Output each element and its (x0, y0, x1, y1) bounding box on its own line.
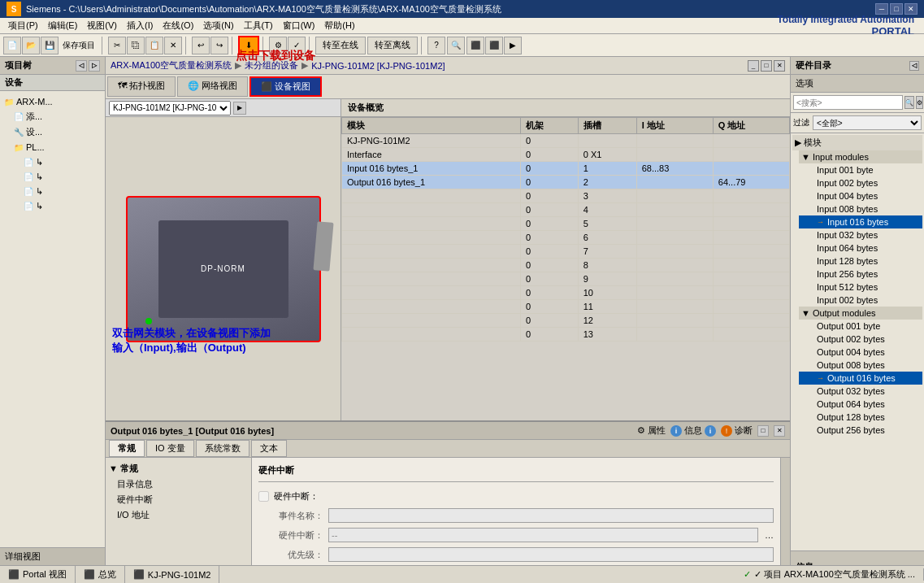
menu-options[interactable]: 选项(N) (198, 18, 238, 33)
input-001-item[interactable]: Input 001 byte (799, 163, 922, 176)
table-row[interactable]: 03 (342, 189, 790, 203)
help-button[interactable]: ? (427, 37, 445, 54)
tree-item-add[interactable]: 📄 添... (3, 109, 102, 124)
input-128-item[interactable]: Input 128 bytes (799, 255, 922, 268)
tree-collapse-btn[interactable]: ◁ (76, 60, 87, 72)
misc-btn1[interactable]: ⬛ (466, 37, 484, 54)
catalog-search-btn[interactable]: 🔍 (904, 96, 914, 109)
table-row[interactable]: 012 (342, 314, 790, 328)
output-002-item[interactable]: Output 002 bytes (799, 333, 922, 346)
output-032-item[interactable]: Output 032 bytes (799, 385, 922, 398)
prop-scrollbar[interactable] (780, 458, 790, 583)
graphic-nav-btn[interactable]: ▶ (233, 102, 246, 115)
table-row[interactable]: 08 (342, 259, 790, 272)
props-expand-btn[interactable]: □ (757, 425, 769, 437)
download-button[interactable]: ⬇ (238, 36, 259, 55)
table-row[interactable]: Interface00 X1 (342, 148, 790, 162)
catalog-collapse-btn[interactable]: ◁ (909, 61, 919, 71)
topology-tab[interactable]: 🗺 拓扑视图 (107, 76, 176, 97)
menu-tools[interactable]: 工具(T) (239, 18, 278, 33)
search-button[interactable]: 🔍 (447, 37, 465, 54)
copy-button[interactable]: ⿻ (127, 37, 145, 54)
paste-button[interactable]: 📋 (145, 37, 163, 54)
minimize-button[interactable]: ─ (875, 3, 888, 15)
misc-btn3[interactable]: ▶ (504, 37, 522, 54)
status-device[interactable]: ⬛ KJ-PNG-101M2 (125, 566, 220, 583)
tree-item-pl[interactable]: 📁 PL... (3, 140, 102, 154)
output-064-item[interactable]: Output 064 bytes (799, 398, 922, 411)
table-row[interactable]: Output 016 bytes_10264...79 (342, 176, 790, 189)
output-256-item[interactable]: Output 256 bytes (799, 424, 922, 437)
maximize-button[interactable]: □ (890, 3, 903, 15)
output-128-item[interactable]: Output 128 bytes (799, 411, 922, 424)
new-project-button[interactable]: 📄 (3, 37, 21, 54)
table-row[interactable]: 010 (342, 286, 790, 300)
input-032-item[interactable]: Input 032 bytes (799, 228, 922, 241)
event-name-input[interactable] (328, 508, 774, 523)
input-008-item[interactable]: Input 008 bytes (799, 202, 922, 215)
misc-btn2[interactable]: ⬛ (485, 37, 503, 54)
win-restore[interactable]: □ (761, 60, 772, 72)
output-016-item[interactable]: → Output 016 bytes (799, 372, 922, 385)
table-row[interactable]: 07 (342, 245, 790, 259)
menu-window[interactable]: 窗口(W) (278, 18, 320, 33)
status-portal-view[interactable]: ⬛ Portal 视图 (0, 566, 76, 583)
close-button[interactable]: ✕ (904, 3, 917, 15)
props-close-btn[interactable]: ✕ (774, 425, 785, 437)
output-004-item[interactable]: Output 004 bytes (799, 346, 922, 359)
input-004-item[interactable]: Input 004 bytes (799, 189, 922, 202)
device-view-tab[interactable]: ⬛ 设备视图 (249, 76, 322, 97)
output-modules-header[interactable]: ▼ Output modules (799, 307, 922, 320)
prop-item-hw-interrupt[interactable]: 硬件中断 (109, 492, 248, 507)
redo-button[interactable]: ↪ (210, 37, 228, 54)
input-256-item[interactable]: Input 256 bytes (799, 268, 922, 281)
props-tab-properties[interactable]: ⚙ 属性 (637, 424, 666, 437)
breadcrumb-ungrouped[interactable]: 未分组的设备 (245, 59, 298, 72)
menu-help[interactable]: 帮助(H) (319, 18, 359, 33)
tree-item-device[interactable]: 🔧 设... (3, 124, 102, 140)
menu-edit[interactable]: 编辑(E) (43, 18, 83, 33)
breadcrumb-root[interactable]: ARX-MA100空气质量检测系统 (111, 59, 232, 72)
tab-regular[interactable]: 常规 (109, 440, 145, 457)
table-row[interactable]: 04 (342, 203, 790, 217)
filter-select[interactable]: <全部> (813, 115, 922, 130)
priority-input[interactable] (328, 547, 774, 562)
status-overview[interactable]: ⬛ 总览 (76, 566, 125, 583)
overview-table-container[interactable]: 模块 机架 插槽 I 地址 Q 地址 KJ-PNG-101M20Interfac… (341, 117, 790, 420)
go-offline-button[interactable]: 转至离线 (367, 37, 418, 54)
table-row[interactable]: 06 (342, 231, 790, 245)
output-001-item[interactable]: Output 001 byte (799, 320, 922, 333)
undo-button[interactable]: ↩ (192, 37, 210, 54)
prop-item-io-addr[interactable]: I/O 地址 (109, 507, 248, 523)
cut-button[interactable]: ✂ (108, 37, 126, 54)
network-tab[interactable]: 🌐 网络视图 (177, 76, 248, 97)
device-select[interactable]: KJ-PNG-101M2 [KJ-PNG-101M2] (109, 101, 231, 115)
open-project-button[interactable]: 📂 (22, 37, 40, 54)
input-002b-item[interactable]: Input 002 bytes (799, 294, 922, 307)
cat-group-modules-header[interactable]: ▶ 模块 (792, 135, 922, 150)
hw-interrupt-checkbox[interactable] (258, 491, 269, 502)
breadcrumb-device[interactable]: KJ-PNG-101M2 [KJ-PNG-101M2] (311, 61, 445, 71)
prop-item-catalog[interactable]: 目录信息 (109, 476, 248, 492)
table-row[interactable]: 013 (342, 328, 790, 342)
props-tab-diag[interactable]: ! 诊断 (721, 424, 753, 437)
input-modules-header[interactable]: ▼ Input modules (799, 150, 922, 163)
menu-insert[interactable]: 插入(I) (122, 18, 158, 33)
project-tree-body[interactable]: 📁 ARX-M... 📄 添... 🔧 设... 📁 PL... 📄 (0, 91, 105, 547)
tree-item-sub2[interactable]: 📄 ↳ (3, 169, 102, 184)
catalog-tree[interactable]: ▶ 模块 ▼ Input modules Input 001 byte Inpu… (791, 133, 924, 550)
input-064-item[interactable]: Input 064 bytes (799, 241, 922, 255)
input-016-item[interactable]: → Input 016 bytes (799, 215, 922, 228)
tab-io-var[interactable]: IO 变量 (146, 440, 194, 457)
catalog-search-input[interactable] (793, 95, 903, 110)
table-row[interactable]: Input 016 bytes_10168...83 (342, 162, 790, 176)
tree-item-arxm[interactable]: 📁 ARX-M... (3, 94, 102, 109)
menu-project[interactable]: 项目(P) (3, 18, 43, 33)
menu-online[interactable]: 在线(O) (158, 18, 198, 33)
catalog-options-btn[interactable]: ⚙ (916, 96, 923, 109)
tree-item-sub3[interactable]: 📄 ↳ (3, 184, 102, 198)
tree-item-sub4[interactable]: 📄 ↳ (3, 198, 102, 213)
win-minimize[interactable]: _ (748, 60, 759, 72)
delete-button[interactable]: ✕ (164, 37, 182, 54)
table-row[interactable]: 09 (342, 272, 790, 286)
